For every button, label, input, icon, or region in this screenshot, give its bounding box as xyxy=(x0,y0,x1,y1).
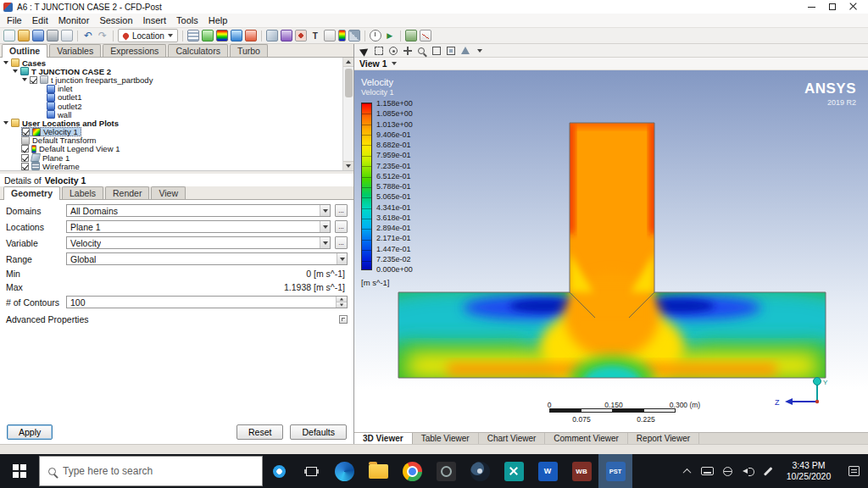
viewer-options-icon[interactable] xyxy=(475,46,485,56)
tree-item-default-transform[interactable]: Default Transform xyxy=(0,136,353,145)
tree-item-cases[interactable]: Cases xyxy=(0,58,353,67)
tree-item-velocity1[interactable]: Velocity 1 xyxy=(0,128,353,136)
tab-expressions[interactable]: Expressions xyxy=(103,44,166,57)
wireframe-toggle-icon[interactable] xyxy=(187,30,199,42)
taskbar-app-workbench[interactable]: WB xyxy=(565,454,598,488)
clip-plane-icon[interactable] xyxy=(348,30,360,42)
tree-item-plane1[interactable]: Plane 1 xyxy=(0,153,353,162)
tab-turbo[interactable]: Turbo xyxy=(230,44,268,57)
domains-select[interactable]: All Domains xyxy=(66,204,331,217)
variable-select[interactable]: Velocity xyxy=(66,236,331,249)
tab-render[interactable]: Render xyxy=(105,186,149,199)
action-center-button[interactable] xyxy=(839,466,868,476)
chart-item-icon[interactable] xyxy=(420,30,431,42)
touch-keyboard-button[interactable] xyxy=(697,467,717,475)
taskbar-clock[interactable]: 3:43 PM 10/25/2020 xyxy=(778,460,839,482)
menu-help[interactable]: Help xyxy=(203,14,233,26)
view-selector[interactable]: View 1 xyxy=(359,58,397,69)
load-results-icon[interactable] xyxy=(18,30,30,42)
visibility-checkbox[interactable] xyxy=(21,154,29,162)
taskbar-app-chrome[interactable] xyxy=(395,454,429,488)
tree-item-inlet[interactable]: inlet xyxy=(0,85,353,93)
zoom-tool-icon[interactable] xyxy=(417,46,427,56)
menu-file[interactable]: File xyxy=(2,14,27,26)
contour-plot-icon[interactable] xyxy=(216,30,228,42)
locations-more-button[interactable]: ... xyxy=(335,220,348,233)
redo-icon[interactable] xyxy=(97,30,108,42)
tree-scrollbar[interactable] xyxy=(342,58,353,170)
visibility-checkbox[interactable] xyxy=(21,145,29,152)
visibility-checkbox[interactable] xyxy=(30,76,37,84)
vector-plot-icon[interactable] xyxy=(202,30,214,42)
text-item-icon[interactable] xyxy=(309,30,321,42)
visibility-checkbox[interactable] xyxy=(22,128,30,136)
tree-item-outlet1[interactable]: outlet1 xyxy=(0,93,353,102)
defaults-button[interactable]: Defaults xyxy=(290,424,347,440)
expander-icon[interactable] xyxy=(3,120,8,126)
save-picture-icon[interactable] xyxy=(47,30,58,42)
taskbar-app-word[interactable]: W xyxy=(531,454,565,488)
tree-item-outlet2[interactable]: outlet2 xyxy=(0,102,353,110)
isosurface-icon[interactable] xyxy=(281,30,292,42)
rotate-tool-icon[interactable] xyxy=(388,46,398,56)
maximize-icon[interactable] xyxy=(829,3,836,10)
zoom-box-icon[interactable] xyxy=(431,46,442,56)
tab-outline[interactable]: Outline xyxy=(2,44,47,58)
tree-item-user-locations[interactable]: User Locations and Plots xyxy=(0,119,353,127)
tab-chart-viewer[interactable]: Chart Viewer xyxy=(479,433,546,444)
locations-select[interactable]: Plane 1 xyxy=(66,220,331,233)
expander-icon[interactable] xyxy=(21,77,27,83)
search-input[interactable] xyxy=(63,465,253,477)
menu-insert[interactable]: Insert xyxy=(138,14,172,26)
report-icon[interactable] xyxy=(61,30,73,42)
3d-viewport[interactable]: Velocity Velocity 1 1.158e+00 1.085e+00 … xyxy=(354,70,868,432)
close-icon[interactable] xyxy=(849,3,858,11)
box-select-icon[interactable] xyxy=(374,46,384,56)
pen-workspace-button[interactable] xyxy=(758,470,778,473)
pan-tool-icon[interactable] xyxy=(403,46,413,56)
visibility-checkbox[interactable] xyxy=(21,163,29,170)
tab-report-viewer[interactable]: Report Viewer xyxy=(628,433,699,444)
streamline-icon[interactable] xyxy=(231,30,242,42)
fit-view-icon[interactable] xyxy=(446,46,456,56)
tab-calculators[interactable]: Calculators xyxy=(168,44,228,57)
minimize-icon[interactable] xyxy=(808,7,815,8)
taskbar-app-media[interactable] xyxy=(429,454,463,488)
scrollbar-thumb[interactable] xyxy=(345,69,353,97)
range-select[interactable]: Global xyxy=(66,252,348,265)
tab-3d-viewer[interactable]: 3D Viewer xyxy=(354,433,413,444)
tab-comment-viewer[interactable]: Comment Viewer xyxy=(545,433,628,444)
new-case-icon[interactable] xyxy=(3,30,15,42)
tree-item-wall[interactable]: wall xyxy=(0,110,353,119)
taskbar-app-steam[interactable] xyxy=(463,454,497,488)
chevron-down-icon[interactable] xyxy=(320,221,330,232)
tree-item-wireframe[interactable]: Wireframe xyxy=(0,162,353,170)
perspective-icon[interactable] xyxy=(460,46,470,56)
location-selector[interactable]: Location xyxy=(118,29,178,42)
apply-button[interactable]: Apply xyxy=(7,424,53,440)
chevron-down-icon[interactable] xyxy=(320,205,330,216)
scroll-up-icon[interactable] xyxy=(343,58,354,67)
advanced-properties-row[interactable]: Advanced Properties xyxy=(6,313,348,325)
timestep-selector-icon[interactable] xyxy=(370,30,381,42)
point-locator-icon[interactable] xyxy=(295,30,307,42)
spin-up-icon[interactable] xyxy=(337,297,347,302)
taskbar-search[interactable] xyxy=(39,456,263,486)
animation-icon[interactable] xyxy=(384,30,396,42)
menu-session[interactable]: Session xyxy=(94,14,137,26)
taskbar-app-teal-x[interactable] xyxy=(497,454,531,488)
variable-more-button[interactable]: ... xyxy=(335,236,348,249)
menu-tools[interactable]: Tools xyxy=(171,14,203,26)
tab-table-viewer[interactable]: Table Viewer xyxy=(413,433,479,444)
legend-item-icon[interactable] xyxy=(338,30,346,42)
scroll-down-icon[interactable] xyxy=(343,161,354,170)
volume-button[interactable] xyxy=(737,467,758,475)
network-button[interactable] xyxy=(717,467,737,476)
expander-icon[interactable] xyxy=(12,69,18,75)
reset-button[interactable]: Reset xyxy=(236,424,283,440)
menu-edit[interactable]: Edit xyxy=(27,14,53,26)
tab-geometry[interactable]: Geometry xyxy=(3,186,60,200)
save-state-icon[interactable] xyxy=(32,30,44,42)
cortana-button[interactable] xyxy=(263,454,295,488)
chevron-down-icon[interactable] xyxy=(320,237,330,248)
